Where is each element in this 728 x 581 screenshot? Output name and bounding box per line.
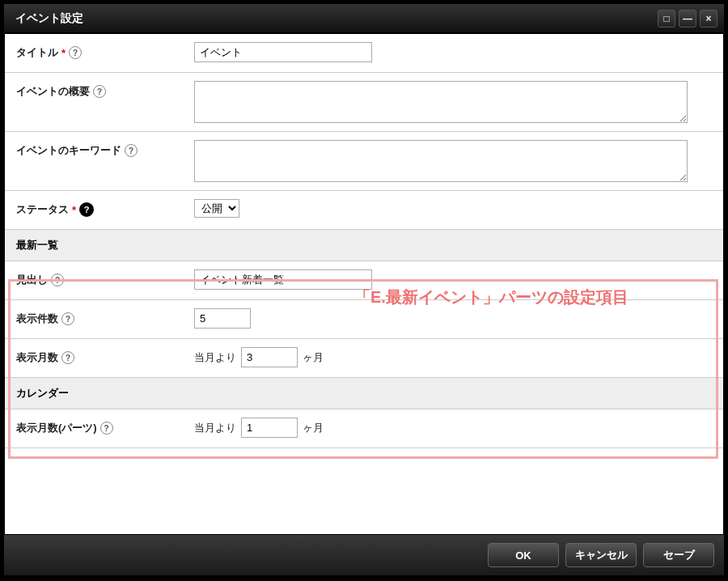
row-calendar-months: 表示月数(パーツ) ? 当月より ヶ月 xyxy=(5,409,723,448)
months-suffix: ヶ月 xyxy=(303,350,324,365)
help-icon[interactable]: ? xyxy=(93,85,106,98)
title-input[interactable] xyxy=(194,42,372,62)
section-calendar-title: カレンダー xyxy=(16,386,69,401)
help-icon[interactable]: ? xyxy=(69,46,82,59)
help-icon[interactable]: ? xyxy=(61,351,74,364)
row-title: タイトル * ? xyxy=(5,34,723,73)
dialog-title: イベント設定 xyxy=(15,11,83,26)
status-label: ステータス xyxy=(16,202,69,217)
ok-button[interactable]: OK xyxy=(488,543,559,567)
row-months: 表示月数 ? 当月より ヶ月 xyxy=(5,339,723,378)
status-select[interactable]: 公開 xyxy=(194,199,239,218)
event-settings-dialog: イベント設定 □ — × タイトル * ? イベントの概要 ? xyxy=(0,0,728,581)
window-buttons: □ — × xyxy=(658,10,717,28)
dialog-content: タイトル * ? イベントの概要 ? イベントのキーワード ? xyxy=(4,33,724,535)
row-count: 表示件数 ? xyxy=(5,300,723,339)
help-icon[interactable]: ? xyxy=(79,202,94,217)
row-keywords: イベントのキーワード ? xyxy=(5,132,723,191)
section-latest-header: 最新一覧 xyxy=(5,230,723,261)
months-prefix: 当月より xyxy=(194,350,236,365)
title-label: タイトル xyxy=(16,45,58,60)
count-input[interactable] xyxy=(194,308,251,329)
help-icon[interactable]: ? xyxy=(100,422,113,435)
dialog-titlebar: イベント設定 □ — × xyxy=(4,4,724,33)
section-calendar-header: カレンダー xyxy=(5,378,723,409)
heading-label: 見出し xyxy=(16,273,48,287)
close-icon[interactable]: × xyxy=(700,10,717,28)
summary-label: イベントの概要 xyxy=(16,84,90,99)
calendar-months-prefix: 当月より xyxy=(194,421,236,435)
keywords-textarea[interactable] xyxy=(194,140,688,182)
help-icon[interactable]: ? xyxy=(61,312,74,325)
summary-textarea[interactable] xyxy=(194,81,688,123)
minimize-icon[interactable]: — xyxy=(679,10,696,28)
row-status: ステータス * ? 公開 xyxy=(5,191,723,230)
required-mark: * xyxy=(72,204,76,216)
calendar-months-label: 表示月数(パーツ) xyxy=(16,421,97,435)
heading-input[interactable] xyxy=(194,269,372,290)
months-input[interactable] xyxy=(241,347,298,367)
dialog-footer: OK キャンセル セーブ xyxy=(4,535,724,575)
save-button[interactable]: セーブ xyxy=(643,543,714,567)
keywords-label: イベントのキーワード xyxy=(16,143,121,158)
calendar-months-input[interactable] xyxy=(241,418,298,438)
calendar-months-suffix: ヶ月 xyxy=(303,421,324,435)
row-summary: イベントの概要 ? xyxy=(5,73,723,132)
help-icon[interactable]: ? xyxy=(125,144,138,157)
cancel-button[interactable]: キャンセル xyxy=(565,543,637,567)
count-label: 表示件数 xyxy=(16,312,58,326)
help-icon[interactable]: ? xyxy=(51,274,64,286)
row-heading: 見出し ? xyxy=(5,261,723,300)
section-latest-title: 最新一覧 xyxy=(16,238,58,252)
maximize-icon[interactable]: □ xyxy=(658,10,675,28)
months-label: 表示月数 xyxy=(16,350,58,365)
required-mark: * xyxy=(61,47,66,59)
